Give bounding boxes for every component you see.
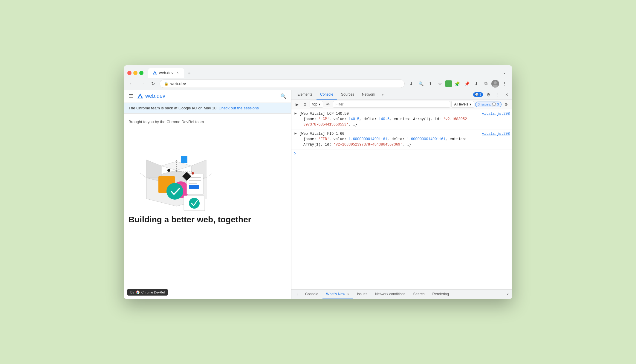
- bottom-tab-whats-new[interactable]: What's New ×: [322, 290, 353, 299]
- maximize-window-button[interactable]: [139, 71, 143, 75]
- lock-icon: 🔒: [164, 82, 169, 86]
- devtools-panel: Elements Console Sources Network » 💬 3 ⚙…: [291, 90, 512, 299]
- console-play-button[interactable]: ▶: [294, 101, 300, 108]
- download-page-button[interactable]: ⬇: [407, 79, 415, 88]
- bottom-tab-rendering[interactable]: Rendering: [429, 290, 452, 299]
- browser-window: web.dev × + ⌄ ← → ↻ 🔒 web.dev ⬇ 🔍 ⬆ ☆ 🧩 …: [124, 65, 512, 299]
- nav-actions: ⬇ 🔍 ⬆ ☆ 🧩 📌 ⬇ ⧉ ⋮: [407, 79, 509, 88]
- announcement-link[interactable]: Check out the sessions: [218, 106, 259, 110]
- prompt-label: >: [294, 151, 296, 156]
- main-area: ☰ web.dev 🔍 The Chrome team is back at G…: [124, 90, 512, 299]
- hamburger-icon[interactable]: ☰: [129, 93, 133, 100]
- console-block-button[interactable]: ⊘: [302, 101, 308, 108]
- bottom-tab-issues[interactable]: Issues: [353, 290, 371, 299]
- tab-close-button[interactable]: ×: [175, 71, 180, 75]
- back-button[interactable]: ←: [127, 79, 136, 88]
- extensions-button[interactable]: 🧩: [453, 79, 461, 88]
- console-entry-lcp: ▶ [Web Vitals] LCP 140.50 vitals.js:208 …: [291, 109, 512, 129]
- issues-badge[interactable]: 💬 3: [473, 92, 483, 97]
- bottom-tab-search[interactable]: Search: [410, 290, 428, 299]
- share-button[interactable]: ⬆: [426, 79, 435, 88]
- tab-elements[interactable]: Elements: [294, 90, 316, 100]
- console-settings-button[interactable]: ⚙: [503, 101, 510, 108]
- hero-illustration: [129, 130, 224, 211]
- avatar-image: [491, 80, 499, 88]
- lcp-text: [Web Vitals] LCP 140.50 vitals.js:208 {n…: [299, 111, 510, 127]
- chrome-menu-button[interactable]: ⋮: [500, 79, 509, 88]
- badge-by-text: By: [130, 290, 134, 294]
- log-levels-arrow: ▾: [470, 102, 471, 106]
- devtools-tab-right: 💬 3 ⚙ ⋮ ×: [473, 91, 510, 99]
- svg-point-18: [166, 183, 183, 200]
- console-eye-button[interactable]: 👁: [324, 101, 332, 108]
- webdev-logo: web.dev: [137, 93, 165, 100]
- tab-sources[interactable]: Sources: [337, 90, 358, 100]
- svg-line-26: [140, 173, 146, 178]
- fid-source[interactable]: vitals.js:208: [482, 131, 510, 137]
- reload-button[interactable]: ↻: [149, 79, 157, 88]
- lcp-expand-icon[interactable]: ▶: [294, 111, 297, 116]
- svg-point-3: [493, 85, 498, 88]
- whats-new-label: What's New: [326, 292, 345, 296]
- context-selector[interactable]: top ▾: [310, 101, 323, 108]
- console-filter-input[interactable]: [333, 101, 450, 108]
- close-window-button[interactable]: [127, 71, 132, 75]
- console-issues-icon: 💬: [492, 103, 496, 106]
- bookmark-button[interactable]: ☆: [436, 79, 444, 88]
- minimize-window-button[interactable]: [133, 71, 137, 75]
- tab-bar-right: ⌄: [500, 69, 509, 77]
- tab-network[interactable]: Network: [358, 90, 379, 100]
- bottom-tab-menu-icon[interactable]: ⋮: [293, 290, 301, 299]
- tab-favicon: [152, 71, 157, 75]
- bottom-tab-close-right[interactable]: ×: [505, 290, 510, 298]
- profile-avatar[interactable]: [491, 80, 499, 88]
- download-button[interactable]: ⬇: [472, 79, 481, 88]
- fid-detail-line1: {name: 'FID', value: 1.6000000014901161,…: [299, 137, 510, 142]
- tab-overflow-icon[interactable]: »: [379, 91, 386, 99]
- lcp-label: [Web Vitals] LCP 140.50: [299, 112, 349, 116]
- lcp-detail-line2: 397378-6854415650553', …}: [299, 122, 510, 127]
- announcement-text: The Chrome team is back at Google I/O on…: [129, 106, 218, 110]
- active-tab[interactable]: web.dev ×: [148, 68, 184, 78]
- tab-bar: web.dev × +: [148, 68, 498, 78]
- brought-by-text: Brought to you by the Chrome DevRel team: [129, 120, 286, 124]
- console-issues-badge[interactable]: 3 Issues: 💬 3: [475, 102, 502, 107]
- svg-point-28: [192, 172, 194, 175]
- forward-button[interactable]: →: [138, 79, 146, 88]
- issues-badge-icon: 💬: [475, 93, 478, 96]
- devtools-settings-button[interactable]: ⚙: [485, 91, 492, 98]
- lcp-source[interactable]: vitals.js:208: [482, 111, 510, 117]
- log-levels-label: All levels: [454, 102, 468, 106]
- lcp-header-line: [Web Vitals] LCP 140.50 vitals.js:208: [299, 111, 510, 117]
- chrome-devrel-badge: By Chrome DevRel: [127, 289, 168, 296]
- fid-expand-icon[interactable]: ▶: [294, 131, 297, 136]
- extension-green-icon[interactable]: [445, 80, 452, 87]
- announcement-bar: The Chrome team is back at Google I/O on…: [124, 103, 291, 114]
- new-tab-button[interactable]: +: [185, 69, 193, 78]
- devtools-bottom-tabs: ⋮ Console What's New × Issues Network co…: [291, 289, 512, 299]
- svg-point-25: [189, 198, 200, 209]
- chrome-icon: [136, 290, 140, 294]
- address-bar[interactable]: 🔒 web.dev: [160, 79, 405, 88]
- svg-marker-8: [146, 160, 161, 178]
- tab-console[interactable]: Console: [317, 90, 337, 100]
- console-prompt[interactable]: >: [291, 149, 512, 158]
- console-output: ▶ [Web Vitals] LCP 140.50 vitals.js:208 …: [291, 109, 512, 289]
- pin-button[interactable]: 📌: [463, 79, 471, 88]
- devtools-more-button[interactable]: ⋮: [494, 91, 502, 98]
- fid-header: [Web Vitals] FID 1.60: [299, 131, 344, 137]
- fid-header-line: [Web Vitals] FID 1.60 vitals.js:208: [299, 131, 510, 137]
- page-search-icon[interactable]: 🔍: [280, 93, 286, 99]
- whats-new-close-icon[interactable]: ×: [347, 292, 349, 296]
- fid-detail-line2: Array(1), id: 'v2-1683052397378-48438645…: [299, 142, 510, 147]
- log-levels-selector[interactable]: All levels ▾: [451, 101, 474, 108]
- bottom-tab-network-conditions[interactable]: Network conditions: [371, 290, 409, 299]
- bottom-tab-console[interactable]: Console: [302, 290, 322, 299]
- devtools-close-button[interactable]: ×: [504, 91, 510, 99]
- chevron-down-icon[interactable]: ⌄: [500, 69, 509, 76]
- split-button[interactable]: ⧉: [482, 79, 490, 88]
- webdev-logo-icon: [137, 93, 143, 100]
- site-name-label: web.dev: [145, 93, 165, 99]
- zoom-button[interactable]: 🔍: [417, 79, 425, 88]
- context-label: top: [312, 102, 317, 106]
